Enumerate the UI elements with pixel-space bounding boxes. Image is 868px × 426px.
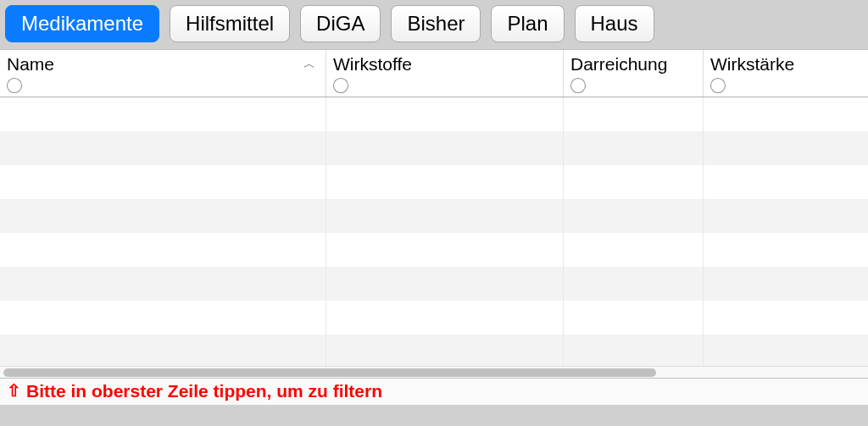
tab-bisher[interactable]: Bisher xyxy=(391,5,481,42)
table-row[interactable] xyxy=(0,199,868,233)
tab-toolbar: Medikamente Hilfsmittel DiGA Bisher Plan… xyxy=(0,0,868,49)
tab-diga[interactable]: DiGA xyxy=(300,5,381,42)
filter-radio-wirkstaerke[interactable] xyxy=(710,78,726,93)
tab-plan[interactable]: Plan xyxy=(491,5,564,42)
status-text: Bitte in oberster Zeile tippen, um zu fi… xyxy=(26,381,382,401)
column-label: Name xyxy=(7,53,54,75)
shift-up-icon: ⇧ xyxy=(7,380,21,401)
table-row[interactable] xyxy=(0,335,868,366)
tab-medikamente[interactable]: Medikamente xyxy=(5,5,159,42)
filter-radio-name[interactable] xyxy=(7,78,22,93)
filter-radio-wirkstoffe[interactable] xyxy=(333,78,348,93)
table-row[interactable] xyxy=(0,267,868,301)
table-body xyxy=(0,97,868,366)
column-header-wirkstoffe[interactable]: Wirkstoffe xyxy=(326,50,564,97)
column-header-wirkstaerke[interactable]: Wirkstärke xyxy=(704,50,868,97)
tab-haus[interactable]: Haus xyxy=(575,5,654,42)
column-header-name[interactable]: Name ︿ xyxy=(0,50,326,97)
column-label: Wirkstoffe xyxy=(333,53,412,75)
filter-radio-darreichung[interactable] xyxy=(570,78,586,93)
table-row[interactable] xyxy=(0,301,868,335)
table-row[interactable] xyxy=(0,233,868,267)
table-header-row: Name ︿ Wirkstoffe Darreichung Wirkstärke xyxy=(0,50,868,97)
status-bar: ⇧ Bitte in oberster Zeile tippen, um zu … xyxy=(0,378,868,405)
tab-hilfsmittel[interactable]: Hilfsmittel xyxy=(170,5,290,42)
scrollbar-thumb[interactable] xyxy=(3,368,656,377)
table-row[interactable] xyxy=(0,165,868,199)
column-header-darreichung[interactable]: Darreichung xyxy=(564,50,704,97)
result-table: Name ︿ Wirkstoffe Darreichung Wirkstärke xyxy=(0,49,868,405)
sort-asc-icon: ︿ xyxy=(303,57,315,71)
table-row[interactable] xyxy=(0,131,868,165)
horizontal-scrollbar[interactable] xyxy=(0,366,868,378)
table-row[interactable] xyxy=(0,97,868,131)
column-label: Darreichung xyxy=(570,53,667,75)
column-label: Wirkstärke xyxy=(710,53,794,75)
